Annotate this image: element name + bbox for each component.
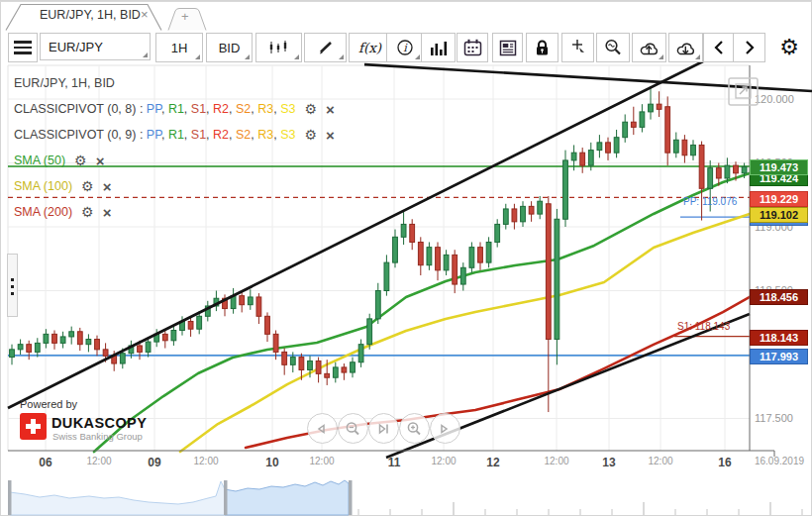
zoom-out-button[interactable] bbox=[338, 413, 368, 444]
time-axis-label: 13 bbox=[602, 456, 615, 469]
candle-body bbox=[444, 255, 449, 269]
candle-body bbox=[571, 153, 576, 160]
settings-button[interactable]: ⚙ bbox=[773, 31, 805, 62]
svg-text:i: i bbox=[403, 42, 408, 54]
pan-right-button[interactable] bbox=[430, 413, 460, 444]
candle-body bbox=[358, 345, 363, 362]
candle-body bbox=[538, 201, 543, 214]
lock-button[interactable] bbox=[526, 33, 558, 62]
gear-icon[interactable]: ⚙ bbox=[304, 101, 317, 117]
time-axis-label: 12 bbox=[486, 456, 499, 469]
period-label: 1H bbox=[171, 41, 188, 55]
draw-icon bbox=[317, 40, 335, 55]
dukascopy-logo: Powered by DUKASCOPY Swiss Banking Group bbox=[20, 398, 77, 410]
prev-button[interactable] bbox=[703, 33, 734, 62]
legend-sma100-row: SMA (100) ⚙ × bbox=[14, 173, 335, 199]
news-button[interactable] bbox=[492, 33, 523, 62]
lock-icon bbox=[534, 39, 551, 56]
menu-button[interactable] bbox=[8, 33, 38, 62]
candle-body bbox=[716, 168, 721, 178]
cloud-upload-button[interactable] bbox=[632, 33, 666, 62]
remove-icon[interactable]: × bbox=[103, 179, 112, 194]
remove-icon[interactable]: × bbox=[103, 205, 112, 220]
candle-body bbox=[351, 362, 355, 372]
navigator-handle[interactable] bbox=[349, 480, 353, 515]
candle-body bbox=[708, 168, 713, 189]
gear-icon[interactable]: ⚙ bbox=[81, 178, 94, 194]
time-axis-label: 12:00 bbox=[309, 456, 334, 466]
function-button[interactable]: f(x) bbox=[349, 33, 391, 62]
candle-body bbox=[657, 104, 661, 109]
candle-body bbox=[665, 107, 670, 153]
remove-icon[interactable]: × bbox=[96, 154, 105, 168]
candle-body bbox=[555, 219, 559, 339]
pan-left-button[interactable] bbox=[307, 413, 338, 444]
cloud-download-button[interactable] bbox=[668, 33, 703, 62]
side-select[interactable]: BID bbox=[206, 33, 253, 62]
candle-body bbox=[18, 345, 23, 350]
instrument-select[interactable]: EUR/JPY bbox=[40, 33, 151, 60]
gear-icon[interactable]: ⚙ bbox=[74, 153, 87, 168]
candle-body bbox=[393, 237, 398, 262]
time-axis-label: 16.09.2019 bbox=[755, 456, 804, 466]
price-axis-label: 117.500 bbox=[755, 412, 793, 424]
pivot-level-label: S1: 118.143 bbox=[677, 321, 730, 332]
navigator-area bbox=[10, 481, 225, 515]
next-button[interactable] bbox=[733, 33, 765, 62]
menu-icon bbox=[14, 41, 32, 54]
candle-body bbox=[436, 248, 441, 270]
draw-button[interactable] bbox=[304, 33, 347, 62]
new-tab-button[interactable]: + bbox=[181, 9, 189, 24]
panel-drag-handle[interactable] bbox=[7, 254, 18, 317]
candle-body bbox=[265, 316, 270, 334]
pivot-token-S3: S3 bbox=[280, 128, 295, 142]
popout-icon[interactable] bbox=[728, 77, 760, 111]
gear-icon[interactable]: ⚙ bbox=[304, 127, 317, 143]
volume-button[interactable] bbox=[421, 33, 456, 62]
candle-body bbox=[469, 248, 474, 268]
candle-body bbox=[162, 334, 167, 340]
calendar-icon bbox=[463, 39, 482, 56]
price-badge: 117.993 bbox=[750, 349, 808, 364]
candle-body bbox=[333, 367, 338, 377]
price-badge: 119.229 bbox=[750, 191, 808, 207]
candle-body bbox=[521, 206, 526, 221]
candle-body bbox=[188, 321, 193, 329]
tab-close-icon[interactable]: × bbox=[141, 7, 149, 22]
candle-body bbox=[495, 224, 500, 242]
pivot-token-S3: S3 bbox=[280, 102, 295, 116]
cloud-upload-icon bbox=[639, 40, 660, 56]
remove-icon[interactable]: × bbox=[326, 128, 335, 143]
gear-icon[interactable]: ⚙ bbox=[81, 204, 94, 220]
time-axis-label: 12:00 bbox=[544, 456, 568, 466]
crosshair-icon bbox=[569, 39, 587, 56]
volume-icon bbox=[429, 40, 449, 56]
zoom-out-icon bbox=[345, 421, 360, 437]
chart-type-button[interactable] bbox=[255, 33, 302, 62]
candle-body bbox=[146, 342, 151, 352]
zoom-button[interactable] bbox=[596, 33, 630, 62]
navigator-handle[interactable] bbox=[224, 480, 228, 515]
remove-icon[interactable]: × bbox=[326, 102, 335, 117]
pivot-token-R3: R3 bbox=[257, 128, 273, 142]
period-select[interactable]: 1H bbox=[155, 33, 203, 62]
candle-body bbox=[529, 206, 534, 214]
candle-body bbox=[171, 330, 176, 340]
candle-body bbox=[384, 262, 389, 290]
candle-body bbox=[69, 332, 74, 337]
crosshair-button[interactable] bbox=[561, 33, 594, 62]
zoom-in-button[interactable] bbox=[399, 413, 430, 444]
jump-latest-button[interactable] bbox=[368, 413, 399, 444]
candle-body bbox=[282, 352, 287, 364]
news-icon bbox=[499, 40, 517, 56]
candle-body bbox=[580, 153, 585, 165]
candle-body bbox=[673, 140, 678, 153]
navigator-handle[interactable] bbox=[8, 480, 12, 515]
price-badge: 119.102 bbox=[750, 207, 808, 223]
info-button[interactable]: i bbox=[386, 33, 423, 62]
instrument-label: EUR/JPY bbox=[49, 40, 103, 54]
tab-title[interactable]: EUR/JPY, 1H, BID bbox=[40, 8, 141, 22]
time-axis-label: 06 bbox=[39, 456, 51, 469]
calendar-button[interactable] bbox=[457, 33, 488, 62]
side-label: BID bbox=[219, 41, 241, 55]
